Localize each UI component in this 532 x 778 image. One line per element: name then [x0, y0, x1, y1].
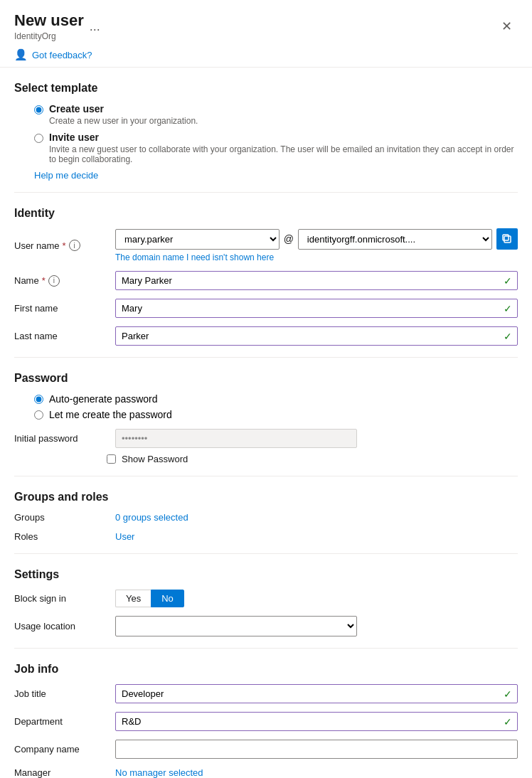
groups-value[interactable]: 0 groups selected — [115, 512, 188, 523]
identity-section: Identity User name * i mary.parker @ i — [14, 207, 518, 346]
copy-button[interactable] — [496, 228, 518, 250]
divider-4 — [14, 553, 518, 554]
department-label: Department — [14, 716, 107, 727]
create-user-label: Create user — [49, 103, 198, 114]
usage-location-row: Usage location — [14, 616, 518, 636]
company-name-input[interactable] — [115, 740, 518, 759]
close-button[interactable]: ✕ — [496, 17, 518, 36]
let-me-create-row[interactable]: Let me create the password — [34, 409, 518, 420]
divider-2 — [14, 357, 518, 358]
manager-value[interactable]: No manager selected — [115, 767, 203, 778]
new-user-dialog: New user IdentityOrg ... ✕ 👤 Got feedbac… — [0, 0, 532, 778]
name-input-wrap: ✓ — [115, 271, 518, 290]
help-link[interactable]: Help me decide — [34, 170, 518, 181]
let-me-create-radio[interactable] — [34, 410, 43, 420]
divider-3 — [14, 476, 518, 476]
title-area: New user IdentityOrg ... — [14, 11, 100, 41]
domain-link[interactable]: The domain name I need isn't shown here — [115, 252, 518, 262]
name-label: Name * i — [14, 275, 107, 287]
auto-generate-label: Auto-generate password — [49, 393, 158, 405]
block-sign-in-yes[interactable]: Yes — [115, 590, 151, 607]
let-me-create-label: Let me create the password — [49, 409, 172, 420]
password-radio-group: Auto-generate password Let me create the… — [14, 393, 518, 420]
initial-password-row: Initial password — [14, 429, 518, 448]
feedback-label: Got feedback? — [32, 50, 92, 60]
at-sign: @ — [284, 233, 294, 245]
job-title-input[interactable] — [115, 684, 518, 703]
feedback-bar[interactable]: 👤 Got feedback? — [0, 44, 532, 68]
username-required: * — [63, 240, 66, 251]
show-password-row: Show Password — [107, 454, 518, 464]
name-check-icon: ✓ — [504, 275, 512, 287]
roles-label: Roles — [14, 531, 107, 542]
first-name-row: First name ✓ — [14, 299, 518, 318]
usage-location-select[interactable] — [115, 616, 357, 636]
divider-1 — [14, 192, 518, 193]
job-title-input-wrap: ✓ — [115, 684, 518, 703]
company-name-label: Company name — [14, 744, 107, 755]
auto-generate-radio[interactable] — [34, 395, 43, 404]
title-group: New user IdentityOrg — [14, 11, 84, 41]
create-user-option[interactable]: Create user Create a new user in your or… — [34, 103, 518, 126]
username-wrap: mary.parker @ identityorgff.onmicrosoft.… — [115, 228, 518, 250]
username-input-area: mary.parker @ identityorgff.onmicrosoft.… — [115, 228, 518, 262]
groups-label: Groups — [14, 512, 107, 523]
groups-row: Groups 0 groups selected — [14, 512, 518, 523]
company-name-row: Company name — [14, 740, 518, 759]
job-info-title: Job info — [14, 663, 518, 676]
department-input-wrap: ✓ — [115, 712, 518, 731]
initial-password-input[interactable] — [115, 429, 357, 448]
invite-user-option[interactable]: Invite user Invite a new guest user to c… — [34, 132, 518, 164]
username-row: User name * i mary.parker @ identityorgf… — [14, 228, 518, 262]
name-info-icon[interactable]: i — [48, 275, 60, 287]
block-sign-in-toggle: Yes No — [115, 590, 184, 607]
auto-generate-row[interactable]: Auto-generate password — [34, 393, 518, 405]
dialog-subtitle: IdentityOrg — [14, 31, 84, 41]
department-row: Department ✓ — [14, 712, 518, 731]
show-password-checkbox[interactable] — [107, 454, 116, 464]
username-input[interactable]: mary.parker — [115, 229, 280, 250]
ellipsis-button[interactable]: ... — [90, 19, 100, 34]
divider-5 — [14, 648, 518, 649]
form-body: Select template Create user Create a new… — [0, 68, 532, 778]
name-required: * — [42, 275, 46, 286]
company-name-input-wrap — [115, 740, 518, 759]
feedback-icon: 👤 — [14, 48, 28, 61]
settings-title: Settings — [14, 568, 518, 581]
first-name-input-wrap: ✓ — [115, 299, 518, 318]
last-name-row: Last name ✓ — [14, 326, 518, 346]
last-name-label: Last name — [14, 331, 107, 341]
svg-rect-0 — [504, 236, 511, 243]
roles-value[interactable]: User — [115, 531, 134, 542]
block-sign-in-row: Block sign in Yes No — [14, 590, 518, 607]
invite-user-label: Invite user — [49, 132, 518, 143]
manager-row: Manager No manager selected — [14, 767, 518, 778]
identity-title: Identity — [14, 207, 518, 220]
settings-section: Settings Block sign in Yes No Usage loca… — [14, 568, 518, 636]
template-section-title: Select template — [14, 82, 518, 95]
roles-row: Roles User — [14, 531, 518, 542]
last-name-input[interactable] — [115, 326, 518, 346]
invite-user-desc: Invite a new guest user to collaborate w… — [49, 144, 518, 164]
first-name-input[interactable] — [115, 299, 518, 318]
last-name-check-icon: ✓ — [504, 331, 512, 342]
show-password-label: Show Password — [122, 454, 188, 464]
invite-user-radio[interactable] — [34, 134, 43, 143]
first-name-check-icon: ✓ — [504, 303, 512, 314]
create-user-radio[interactable] — [34, 105, 43, 114]
dialog-title: New user — [14, 11, 84, 30]
block-sign-in-label: Block sign in — [14, 593, 107, 604]
department-input[interactable] — [115, 712, 518, 731]
create-user-desc: Create a new user in your organization. — [49, 116, 198, 126]
username-info-icon[interactable]: i — [69, 240, 80, 251]
domain-select[interactable]: identityorgff.onmicrosoft.... — [298, 229, 492, 250]
groups-roles-section: Groups and roles Groups 0 groups selecte… — [14, 491, 518, 542]
last-name-input-wrap: ✓ — [115, 326, 518, 346]
password-section: Password Auto-generate password Let me c… — [14, 372, 518, 464]
name-row: Name * i ✓ — [14, 271, 518, 290]
initial-password-label: Initial password — [14, 433, 107, 444]
name-input[interactable] — [115, 271, 518, 290]
manager-label: Manager — [14, 767, 107, 778]
block-sign-in-no[interactable]: No — [151, 590, 184, 607]
dialog-header: New user IdentityOrg ... ✕ — [0, 0, 532, 44]
